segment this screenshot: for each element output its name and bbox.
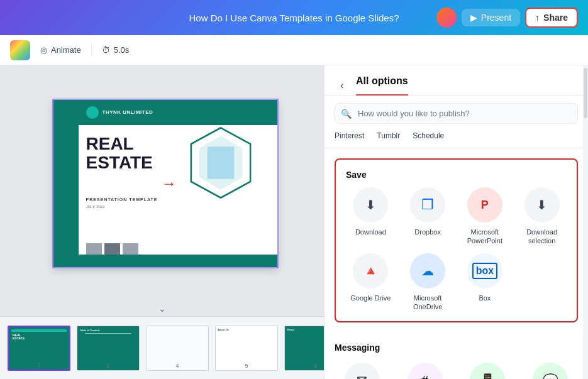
grid-spacer <box>517 253 567 312</box>
toolbar: ◎ Animate ⏱ 5.0s <box>0 35 588 65</box>
filmstrip-num-5: 5 <box>245 363 248 369</box>
box-icon: box <box>472 263 497 279</box>
svg-rect-2 <box>207 146 234 179</box>
email-icon-circle: ✉ <box>345 363 380 379</box>
email-option[interactable]: ✉ Email <box>335 363 390 379</box>
present-label: Present <box>481 13 511 23</box>
gray-block-2 <box>104 243 120 255</box>
onedrive-option[interactable]: ☁ Microsoft OneDrive <box>403 253 453 312</box>
present-button[interactable]: ▶ Present <box>462 9 520 26</box>
animate-label: Animate <box>51 45 81 55</box>
canvas-area: THYNK UNLIMITED REAL ESTATE PRESENTATION… <box>0 65 324 379</box>
slide-gray-blocks <box>86 243 138 255</box>
slide-content: THYNK UNLIMITED REAL ESTATE PRESENTATION… <box>53 100 277 267</box>
filmstrip-thumb-1[interactable]: REALESTATE 1 <box>8 326 70 371</box>
whatsapp-icon-circle: 📱 <box>470 363 505 379</box>
slide-arrow: → <box>162 175 177 192</box>
slide-line1: REAL <box>86 135 153 154</box>
slide-teal-bar <box>53 100 79 267</box>
filmstrip-num-2: 2 <box>106 363 109 369</box>
present-icon: ▶ <box>470 13 477 23</box>
app-header: How Do I Use Canva Templates in Google S… <box>0 0 588 35</box>
main-content: THYNK UNLIMITED REAL ESTATE PRESENTATION… <box>0 65 588 379</box>
share-icon: ↑ <box>535 13 540 23</box>
filmstrip-thumb-6[interactable]: Vision 6 <box>284 326 324 371</box>
slide-bottom-strip <box>79 255 277 267</box>
save-icon-grid-row2: 🔺 Google Drive ☁ Microsoft OneDrive <box>346 253 567 312</box>
save-section-title: Save <box>346 170 567 180</box>
dropbox-icon: ❐ <box>421 197 434 213</box>
save-section: Save ⬇ Download ❐ <box>325 148 588 343</box>
gdrive-icon-circle: 🔺 <box>353 253 388 288</box>
panel-scrollbar[interactable] <box>583 65 588 379</box>
canvas-bottom-chevron[interactable]: ⌄ <box>0 301 324 316</box>
quick-link-tumblr[interactable]: Tumblr <box>377 131 400 140</box>
ppt-icon-circle: P <box>467 187 502 222</box>
box-icon-circle: box <box>467 253 502 288</box>
canvas-wrapper: THYNK UNLIMITED REAL ESTATE PRESENTATION… <box>0 65 324 301</box>
app-logo <box>10 40 30 60</box>
gray-block-3 <box>123 243 138 255</box>
messaging-section-title: Messaging <box>335 343 578 353</box>
slack-option[interactable]: # Slack <box>397 363 453 379</box>
animate-button[interactable]: ◎ Animate <box>40 45 81 55</box>
slide-company: THYNK UNLIMITED <box>103 109 153 115</box>
dropbox-option[interactable]: ❐ Dropbox <box>403 187 453 246</box>
email-icon: ✉ <box>357 373 367 379</box>
animate-icon: ◎ <box>40 45 47 55</box>
save-icon-grid-row1: ⬇ Download ❐ Dropbox P <box>346 187 567 246</box>
chevron-down-icon: ⌄ <box>158 304 166 314</box>
timer-icon: ⏱ <box>102 45 110 55</box>
powerpoint-option[interactable]: P Microsoft PowerPoint <box>460 187 510 246</box>
timer-control[interactable]: ⏱ 5.0s <box>102 45 130 55</box>
download-icon: ⬇ <box>365 197 376 212</box>
gdrive-label: Google Drive <box>350 294 391 302</box>
save-box: Save ⬇ Download ❐ <box>335 158 578 322</box>
panel-scroll-area: Save ⬇ Download ❐ <box>325 148 588 379</box>
slide-date: JULY, 2022 <box>86 205 105 209</box>
download-selection-option[interactable]: ⬇ Download selection <box>517 187 567 246</box>
download-selection-label: Download selection <box>517 228 567 246</box>
filmstrip-thumb-5[interactable]: About Us 5 <box>215 326 278 371</box>
quick-link-schedule[interactable]: Schedule <box>413 131 444 140</box>
onedrive-icon: ☁ <box>421 263 434 278</box>
search-input[interactable] <box>335 103 578 124</box>
slide-main-text: REAL ESTATE <box>86 135 153 173</box>
slide-hexagon <box>183 125 258 200</box>
quick-links: Pinterest Tumblr Schedule <box>325 131 588 148</box>
download-label: Download <box>355 228 386 236</box>
share-button[interactable]: ↑ Share <box>525 8 578 28</box>
onedrive-label: Microsoft OneDrive <box>403 294 453 312</box>
timer-label: 5.0s <box>114 45 130 55</box>
share-panel: ‹ All options 🔍 Pinterest Tumblr Schedul… <box>324 65 588 379</box>
gray-block-1 <box>86 243 102 255</box>
download-icon-circle: ⬇ <box>353 187 388 222</box>
gdrive-option[interactable]: 🔺 Google Drive <box>346 253 396 312</box>
share-label: Share <box>543 13 568 23</box>
filmstrip-thumb-4[interactable]: 4 <box>146 326 209 371</box>
filmstrip-num-4: 4 <box>175 363 179 369</box>
slide-logo <box>86 106 99 119</box>
slide-header: THYNK UNLIMITED <box>79 100 277 125</box>
quick-link-pinterest[interactable]: Pinterest <box>335 131 364 140</box>
panel-title: All options <box>356 75 408 96</box>
scrollbar-thumb <box>584 68 587 118</box>
ppt-icon: P <box>481 199 489 212</box>
imessage-option[interactable]: 💬 iMessage <box>523 363 578 379</box>
filmstrip-thumb-2[interactable]: Table of Content 2 <box>77 326 140 371</box>
document-title: How Do I Use Canva Templates in Google S… <box>189 13 399 23</box>
whatsapp-option[interactable]: 📱 WhatsApp <box>460 363 516 379</box>
avatar <box>436 8 457 28</box>
slide-preview: THYNK UNLIMITED REAL ESTATE PRESENTATION… <box>52 99 279 268</box>
panel-back-button[interactable]: ‹ <box>335 78 350 93</box>
filmstrip-num-1: 1 <box>37 362 40 368</box>
slack-icon-circle: # <box>408 363 443 379</box>
search-icon: 🔍 <box>341 109 352 119</box>
box-label: Box <box>479 294 491 302</box>
filmstrip: REALESTATE 1 Table of Content 2 4 Abo <box>0 316 324 379</box>
toolbar-divider <box>91 44 92 57</box>
filmstrip-num-6: 6 <box>314 363 317 369</box>
ppt-label: Microsoft PowerPoint <box>460 228 510 246</box>
box-option[interactable]: box Box <box>460 253 510 312</box>
download-option[interactable]: ⬇ Download <box>346 187 396 246</box>
